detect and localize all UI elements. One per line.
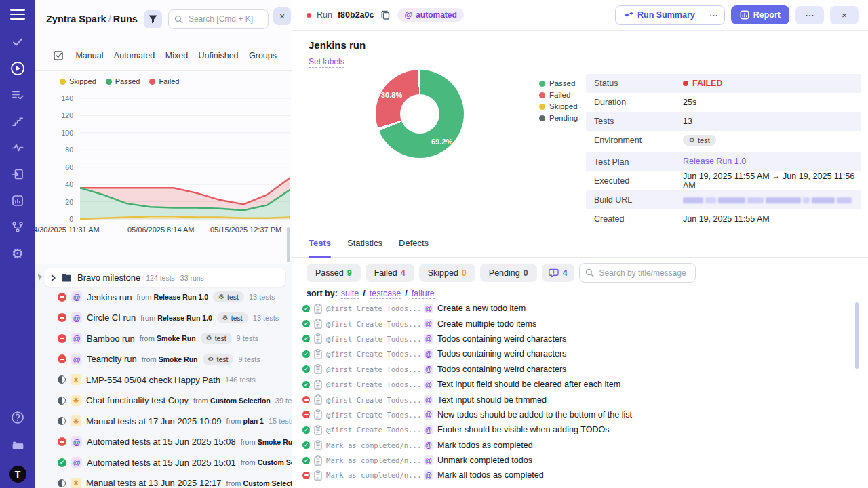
run-name[interactable]: Chat functinality test Copy (86, 395, 189, 405)
test-suite[interactable]: @first Create Todos... (326, 365, 420, 373)
test-suite[interactable]: @first Create Todos... (326, 380, 420, 388)
run-name[interactable]: Automated tests at 15 Jun 2025 15:01 (87, 458, 236, 468)
run-row[interactable]: Circle CI run from Release Run 1.0 ⚙test… (35, 308, 292, 329)
test-row[interactable]: @first Create Todos... Todos containing … (292, 362, 868, 377)
runs-play-icon[interactable] (10, 61, 25, 76)
test-suite[interactable]: @first Create Todos... (326, 304, 420, 312)
run-summary-button[interactable]: Run Summary (616, 6, 703, 24)
tests-search[interactable] (579, 263, 696, 283)
sort-option[interactable]: failure (412, 289, 435, 299)
test-row[interactable]: @first Create Todos... Todos containing … (292, 346, 868, 361)
milestone-row[interactable]: Bravo milestone 124 tests 33 runs (44, 268, 285, 287)
steps-icon[interactable] (10, 114, 25, 129)
test-suite[interactable]: @first Create Todos... (326, 411, 420, 419)
project-name[interactable]: Zyntra Spark (46, 14, 106, 24)
test-suite[interactable]: @first Create Todos... (326, 350, 420, 358)
projects-folder-icon[interactable] (10, 436, 25, 451)
hamburger-menu-icon[interactable] (10, 9, 25, 20)
test-suite[interactable]: @first Create Todos... (326, 320, 420, 328)
test-title[interactable]: Mark all todos as completed (437, 470, 544, 480)
run-row[interactable]: Jenkins run from Release Run 1.0 ⚙test 1… (35, 287, 292, 308)
test-row[interactable]: @first Create Todos... Create a new todo… (292, 301, 868, 316)
run-row[interactable]: LMP-554 05/04 check Happy Path 146 tests (35, 369, 292, 390)
test-title[interactable]: New todos should be added to the bottom … (437, 410, 632, 420)
run-row[interactable]: Automated tests at 15 Jun 2025 15:01 fro… (35, 452, 292, 473)
run-row[interactable]: Chat functinality test Copy from Custom … (35, 390, 292, 411)
test-suite[interactable]: Mark as completed/n... (326, 441, 420, 449)
checkmark-icon[interactable] (10, 35, 25, 49)
branch-icon[interactable] (10, 220, 25, 235)
test-title[interactable]: Unmark completed todos (437, 455, 532, 465)
chevron-right-icon[interactable] (51, 274, 56, 281)
test-row[interactable]: @first Create Todos... Create multiple t… (292, 316, 868, 331)
test-suite[interactable]: Mark as completed/n... (326, 456, 420, 464)
comments-filter-chip[interactable]: 4 (542, 264, 574, 282)
test-suite[interactable]: @first Create Todos... (326, 426, 420, 434)
left-panel-scrollbar[interactable] (287, 227, 290, 262)
copy-icon[interactable] (380, 9, 391, 20)
run-name[interactable]: Bamboo run (87, 333, 135, 344)
runs-tab[interactable]: Groups (249, 51, 277, 60)
test-row[interactable]: Mark as completed/n... Mark all todos as… (292, 468, 868, 483)
run-row[interactable]: Teamcity run from Smoke Run ⚙test 9 test… (35, 349, 292, 370)
test-row[interactable]: Mark as completed/n... Unmark completed … (292, 453, 868, 468)
select-all-icon[interactable] (53, 49, 65, 62)
detail-tab[interactable]: Statistics (347, 238, 382, 257)
gear-icon[interactable]: ⚙ (10, 246, 25, 261)
test-suite[interactable]: Mark as completed/n... (326, 471, 420, 479)
run-row[interactable]: Bamboo run from Smoke Run ⚙test 9 tests (35, 328, 292, 349)
test-title[interactable]: Text input should be trimmed (437, 395, 547, 405)
set-labels-link[interactable]: Set labels (309, 57, 344, 68)
test-row[interactable]: @first Create Todos... Footer should be … (292, 422, 868, 437)
test-row[interactable]: @first Create Todos... New todos should … (292, 407, 868, 422)
run-name[interactable]: LMP-554 05/04 check Happy Path (86, 375, 220, 385)
runs-tab[interactable]: Manual (75, 51, 103, 60)
runs-tab[interactable]: Unfinished (199, 51, 239, 60)
test-title[interactable]: Create a new todo item (437, 304, 526, 313)
test-plan-link[interactable]: Release Run 1.0 (683, 157, 746, 167)
panel-close-button[interactable]: × (273, 7, 291, 25)
test-title[interactable]: Create multiple todo items (437, 319, 536, 329)
runs-search[interactable] (168, 9, 269, 29)
close-detail-button[interactable]: × (830, 6, 859, 24)
pulse-icon[interactable] (10, 140, 25, 155)
report-button[interactable]: Report (731, 5, 789, 24)
status-filter-chip[interactable]: Passed9 (307, 264, 361, 282)
run-name[interactable]: Teamcity run (87, 354, 137, 364)
checklist-icon[interactable] (10, 87, 25, 102)
runs-tab[interactable]: Automated (114, 51, 155, 60)
test-title[interactable]: Footer should be visible when adding TOD… (437, 425, 610, 434)
run-name[interactable]: Circle CI run (87, 312, 136, 323)
test-row[interactable]: @first Create Todos... Text input should… (292, 392, 868, 407)
report-chart-icon[interactable] (10, 193, 25, 208)
test-suite[interactable]: @first Create Todos... (326, 396, 420, 404)
test-row[interactable]: Mark as completed/n... Mark todos as com… (292, 438, 868, 453)
run-name[interactable]: Automated tests at 15 Jun 2025 15:08 (87, 436, 236, 447)
sort-option[interactable]: testcase (370, 289, 401, 299)
run-row[interactable]: Automated tests at 15 Jun 2025 15:08 fro… (35, 432, 292, 453)
run-name[interactable]: Manual tests at 13 Jun 2025 12:17 (86, 478, 221, 488)
detail-tab[interactable]: Tests (309, 238, 331, 257)
test-title[interactable]: Text input field should be cleared after… (437, 380, 620, 389)
run-name[interactable]: Jenkins run (87, 292, 132, 302)
test-title[interactable]: Todos containing weird characters (437, 334, 566, 344)
automated-badge[interactable]: @automated (397, 8, 463, 22)
app-logo[interactable]: T (9, 466, 26, 483)
detail-tab[interactable]: Defects (399, 238, 429, 257)
help-icon[interactable] (10, 410, 25, 425)
milestone-name[interactable]: Bravo milestone (77, 272, 140, 283)
more-options-button[interactable]: ⋯ (795, 6, 824, 24)
test-row[interactable]: @first Create Todos... Text input field … (292, 377, 868, 392)
tests-search-input[interactable] (598, 268, 690, 279)
run-summary-more-button[interactable]: ⋯ (703, 6, 724, 24)
run-row[interactable]: Manual tests at 17 Jun 2025 10:09 from p… (35, 411, 292, 432)
filter-button[interactable] (144, 10, 162, 28)
status-filter-chip[interactable]: Skipped0 (419, 264, 475, 282)
import-icon[interactable] (10, 167, 25, 182)
runs-tab[interactable]: Mixed (165, 51, 188, 60)
run-row[interactable]: Manual tests at 13 Jun 2025 12:17 from C… (35, 473, 292, 488)
run-name[interactable]: Manual tests at 17 Jun 2025 10:09 (86, 416, 221, 426)
tests-scrollbar[interactable] (855, 302, 859, 369)
sort-option[interactable]: suite (341, 289, 359, 299)
test-title[interactable]: Todos containing weird characters (437, 349, 566, 359)
